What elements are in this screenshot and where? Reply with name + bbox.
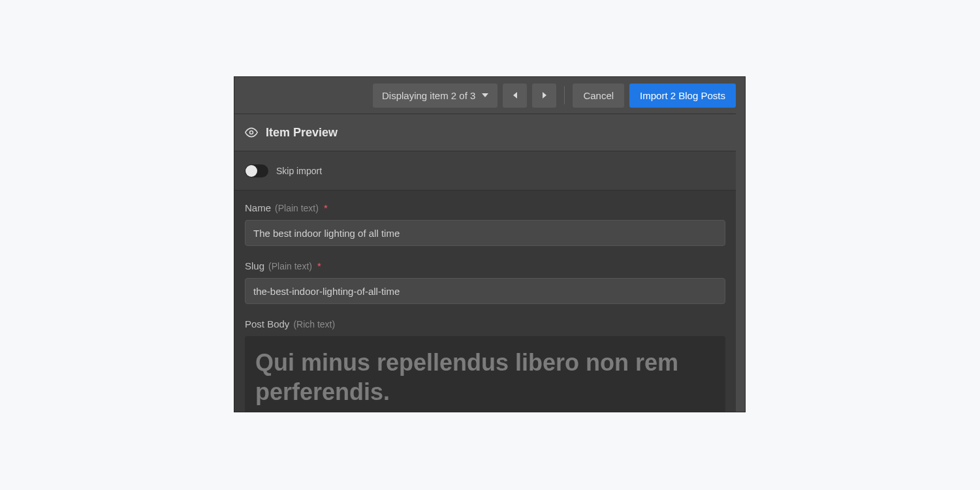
skip-import-toggle[interactable] (245, 164, 268, 177)
skip-import-row: Skip import (234, 151, 736, 191)
required-icon: * (317, 260, 321, 271)
section-header: Item Preview (234, 114, 736, 151)
body-richtext[interactable]: Qui minus repellendus libero non rem per… (245, 336, 725, 412)
required-icon: * (324, 202, 328, 213)
toolbar-divider (564, 86, 565, 104)
chevron-left-icon (513, 92, 517, 99)
body-heading: Qui minus repellendus libero non rem per… (255, 348, 715, 406)
item-dropdown[interactable]: Displaying item 2 of 3 (373, 84, 498, 108)
modal-content: Item Preview Skip import Name (Plain tex… (234, 114, 745, 412)
modal-toolbar: Displaying item 2 of 3 Cancel Import 2 B… (234, 77, 745, 114)
cancel-button[interactable]: Cancel (573, 84, 624, 108)
section-title: Item Preview (266, 126, 338, 140)
scrollbar[interactable] (736, 114, 745, 412)
slug-label: Slug (Plain text) * (245, 260, 725, 271)
chevron-down-icon (482, 93, 488, 97)
body-label-text: Post Body (245, 318, 289, 329)
import-button[interactable]: Import 2 Blog Posts (629, 84, 736, 108)
main-panel: Item Preview Skip import Name (Plain tex… (234, 114, 736, 412)
import-modal: Displaying item 2 of 3 Cancel Import 2 B… (234, 76, 746, 412)
eye-icon (245, 126, 258, 139)
body-type: (Rich text) (293, 319, 335, 329)
prev-item-button[interactable] (503, 84, 527, 108)
item-dropdown-label: Displaying item 2 of 3 (382, 90, 475, 101)
name-label-text: Name (245, 202, 271, 213)
name-input[interactable] (245, 220, 725, 246)
svg-point-0 (250, 131, 253, 134)
name-label: Name (Plain text) * (245, 202, 725, 213)
skip-import-label: Skip import (276, 166, 322, 176)
name-type: (Plain text) (275, 203, 319, 213)
next-item-button[interactable] (532, 84, 556, 108)
form-body: Name (Plain text) * Slug (Plain text) * … (234, 191, 736, 412)
chevron-right-icon (543, 92, 546, 99)
slug-input[interactable] (245, 278, 725, 304)
body-label: Post Body (Rich text) (245, 318, 725, 329)
slug-label-text: Slug (245, 260, 264, 271)
toggle-knob (245, 165, 257, 177)
slug-type: (Plain text) (268, 261, 312, 271)
